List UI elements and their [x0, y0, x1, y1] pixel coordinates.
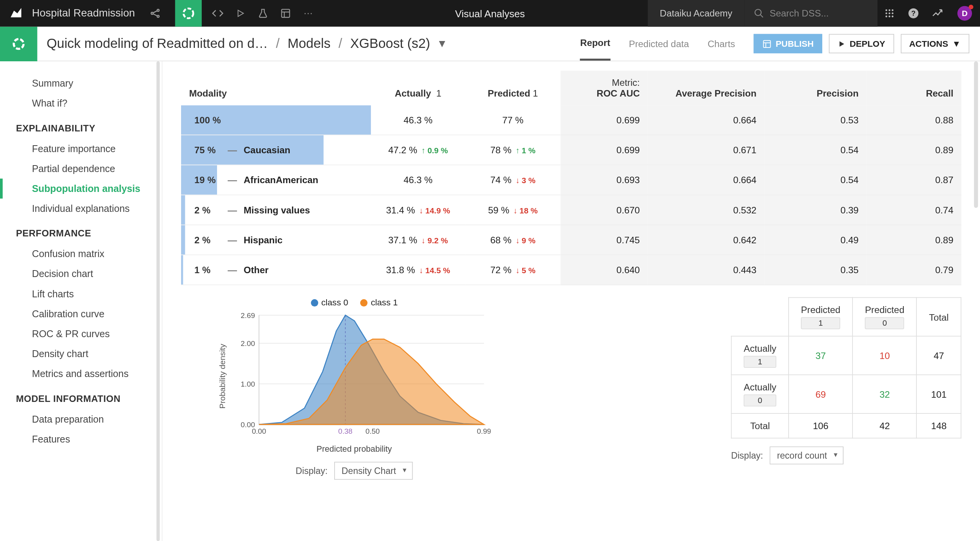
col-prec[interactable]: Precision — [764, 70, 867, 105]
conf-col1-total: 106 — [789, 413, 853, 438]
table-row[interactable]: 2 %—Hispanic37.1 %↓ 9.2 %68 %↓ 9 %0.7450… — [181, 225, 961, 255]
conf-fn: 10 — [853, 336, 916, 375]
breadcrumb-context: Visual Analyses — [455, 8, 525, 19]
sidebar-item-partial-dependence[interactable]: Partial dependence — [0, 159, 162, 179]
help-icon[interactable]: ? — [902, 7, 926, 19]
svg-text:0.00: 0.00 — [252, 427, 266, 435]
svg-point-17 — [14, 39, 24, 49]
play-icon — [838, 39, 846, 48]
flow-icon[interactable] — [175, 0, 202, 27]
col-avgp[interactable]: Average Precision — [648, 70, 764, 105]
sidebar-item-metrics-and-assertions[interactable]: Metrics and assertions — [0, 364, 162, 384]
conf-total: Total — [917, 298, 961, 336]
sidebar-item-lift-charts[interactable]: Lift charts — [0, 284, 162, 304]
sidebar-item-density-chart[interactable]: Density chart — [0, 344, 162, 364]
breadcrumb-flow[interactable]: Quick modeling of Readmitted on d… — [47, 36, 268, 51]
confusion-matrix: Predicted1 Predicted0 Total Actually1 37… — [731, 297, 962, 439]
lab-icon[interactable] — [256, 7, 270, 20]
publish-icon — [762, 39, 771, 48]
play-icon[interactable] — [234, 7, 247, 20]
activity-icon[interactable] — [925, 7, 949, 19]
apps-icon[interactable] — [877, 8, 902, 19]
svg-text:2.69: 2.69 — [241, 311, 255, 320]
tab-predicted-data[interactable]: Predicted data — [629, 28, 689, 59]
breadcrumb-sep: / — [276, 36, 280, 51]
code-icon[interactable] — [211, 7, 224, 20]
col-recall[interactable]: Recall — [867, 70, 962, 105]
dashboard-icon[interactable] — [279, 7, 292, 20]
sidebar-item-data-preparation[interactable]: Data preparation — [0, 409, 162, 429]
sidebar-item-what-if-[interactable]: What if? — [0, 93, 162, 113]
svg-rect-18 — [764, 40, 771, 47]
sidebar-item-individual-explanations[interactable]: Individual explanations — [0, 198, 162, 218]
table-row[interactable]: 75 %—Caucasian47.2 %↑ 0.9 %78 %↑ 1 %0.69… — [181, 135, 961, 165]
x-axis-label: Predicted probability — [317, 444, 392, 454]
conf-act-1: Actually1 — [732, 336, 789, 375]
confusion-display-select[interactable]: record count — [770, 446, 844, 464]
model-dropdown-icon[interactable]: ▼ — [437, 38, 448, 49]
sidebar-item-decision-chart[interactable]: Decision chart — [0, 264, 162, 284]
sidebar-item-calibration-curve[interactable]: Calibration curve — [0, 304, 162, 324]
breadcrumb-model[interactable]: XGBoost (s2) — [350, 36, 430, 51]
svg-point-11 — [892, 12, 893, 14]
conf-act-0: Actually0 — [732, 375, 789, 413]
svg-point-2 — [157, 15, 159, 17]
tab-charts[interactable]: Charts — [707, 28, 735, 59]
sidebar-item-confusion-matrix[interactable]: Confusion matrix — [0, 244, 162, 264]
legend-class-1: class 1 — [360, 297, 398, 307]
global-search[interactable]: Search DSS... — [744, 0, 877, 27]
sidebar-item-summary[interactable]: Summary — [0, 73, 162, 93]
col-predicted[interactable]: Predicted 1 — [466, 70, 560, 105]
svg-point-7 — [889, 9, 890, 11]
top-nav-bar: Hospital Readmission ⋯ Visual Analyses D… — [0, 0, 980, 27]
publish-button[interactable]: PUBLISH — [754, 34, 822, 53]
density-chart: 0.001.002.002.690.000.380.500.99 — [231, 310, 490, 443]
chart-legend: class 0class 1 — [310, 297, 398, 307]
col-modality[interactable]: Modality — [181, 70, 371, 105]
sidebar-item-roc-pr-curves[interactable]: ROC & PR curves — [0, 324, 162, 344]
search-placeholder: Search DSS... — [769, 8, 828, 19]
display-label: Display: — [731, 451, 763, 461]
svg-point-9 — [885, 12, 887, 14]
actions-button[interactable]: ACTIONS ▼ — [900, 34, 969, 53]
col-metric[interactable]: Metric:ROC AUC — [560, 70, 648, 105]
conf-tn: 32 — [853, 375, 916, 413]
col-actually[interactable]: Actually 1 — [371, 70, 466, 105]
svg-point-8 — [892, 9, 893, 11]
analysis-icon[interactable] — [0, 26, 37, 61]
conf-tp: 37 — [789, 336, 853, 375]
chart-display-select[interactable]: Density Chart — [334, 462, 413, 480]
conf-col2-total: 42 — [853, 413, 916, 438]
table-row[interactable]: 2 %—Missing values31.4 %↓ 14.9 %59 %↓ 18… — [181, 195, 961, 225]
more-icon[interactable]: ⋯ — [301, 7, 315, 20]
table-row[interactable]: 19 %—AfricanAmerican46.3 %74 %↓ 3 %0.693… — [181, 165, 961, 195]
conf-row2-total: 101 — [917, 375, 961, 413]
svg-point-12 — [885, 16, 887, 18]
breadcrumb-models[interactable]: Models — [287, 36, 330, 51]
table-row[interactable]: 100 %46.3 %77 %0.6990.6640.530.88 — [181, 105, 961, 135]
deploy-button[interactable]: DEPLOY — [829, 34, 894, 53]
svg-text:1.00: 1.00 — [241, 380, 255, 388]
svg-point-1 — [157, 9, 159, 11]
y-axis-label: Probability density — [218, 344, 227, 409]
sidebar-section-model information: MODEL INFORMATION — [0, 384, 162, 409]
svg-point-13 — [889, 16, 890, 18]
density-chart-panel: class 0class 1 Probability density 0.001… — [181, 297, 527, 480]
sidebar-item-feature-importance[interactable]: Feature importance — [0, 139, 162, 159]
search-icon — [754, 8, 764, 19]
subpopulation-content: Modality Actually 1 Predicted 1 Metric:R… — [162, 61, 980, 541]
share-icon[interactable] — [148, 7, 162, 20]
sidebar-item-subpopulation-analysis[interactable]: Subpopulation analysis — [0, 179, 162, 198]
conf-fp: 69 — [789, 375, 853, 413]
conf-row-total: Total — [732, 413, 789, 438]
project-name[interactable]: Hospital Readmission — [32, 7, 135, 19]
dataiku-bird-icon[interactable] — [8, 5, 24, 21]
academy-link[interactable]: Dataiku Academy — [648, 0, 744, 27]
tab-report[interactable]: Report — [580, 27, 610, 61]
user-avatar[interactable]: D — [957, 6, 972, 21]
conf-pred-0: Predicted0 — [853, 298, 916, 336]
display-label: Display: — [296, 466, 328, 476]
sidebar-item-features[interactable]: Features — [0, 429, 162, 449]
breadcrumb-sep: / — [338, 36, 342, 51]
table-row[interactable]: 1 %—Other31.8 %↓ 14.5 %72 %↓ 5 %0.6400.4… — [181, 255, 961, 285]
